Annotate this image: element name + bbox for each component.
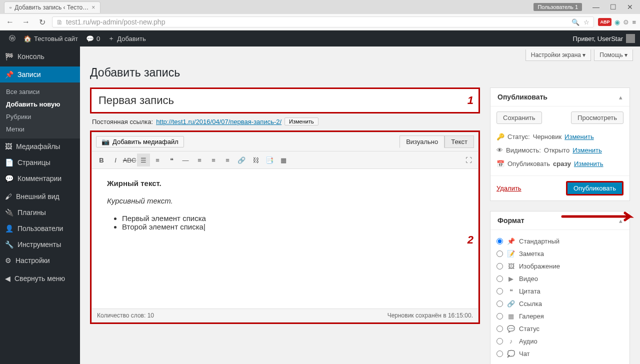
content-italic: Курсивный текст. — [107, 196, 173, 205]
sidebar-item-settings[interactable]: ⚙Настройки — [0, 252, 80, 268]
sidebar-collapse[interactable]: ◀Свернуть меню — [0, 270, 80, 286]
close-icon[interactable]: × — [92, 4, 95, 11]
sidebar-item-plugins[interactable]: 🔌Плагины — [0, 204, 80, 220]
sidebar-item-appearance[interactable]: 🖌Внешний вид — [0, 188, 80, 204]
pin-icon: 📌 — [5, 70, 14, 78]
schedule-row: 📅 Опубликовать сразу Изменить — [496, 157, 624, 170]
align-left-button[interactable]: ≡ — [193, 154, 206, 166]
editor-toolbar: B I ABC ☰ ≡ ❝ — ≡ ≡ ≡ 🔗 ⛓ 📑 ▦ — [92, 152, 478, 169]
toggle-icon[interactable]: ▴ — [619, 217, 622, 224]
permalink-url[interactable]: http://test1.ru/2016/04/07/первая-запись… — [156, 118, 282, 126]
sidebar-item-posts[interactable]: 📌Записи — [0, 66, 80, 82]
wp-logo[interactable]: ⓦ — [5, 30, 20, 46]
toolbar-toggle-button[interactable]: ▦ — [277, 154, 290, 166]
maximize-button[interactable]: ☐ — [605, 1, 621, 13]
avatar[interactable] — [626, 34, 635, 43]
edit-schedule-link[interactable]: Изменить — [574, 160, 604, 168]
browser-chrome: ▫ Добавить запись ‹ Тесто… × Пользовател… — [0, 0, 640, 30]
visibility-row: 👁 Видимость: Открыто Изменить — [496, 144, 624, 157]
plugin-icon: 🔌 — [5, 208, 14, 216]
quote-icon: ❝ — [507, 288, 515, 295]
format-title: Формат — [498, 216, 524, 224]
tab-visual[interactable]: Визуально — [400, 136, 444, 148]
save-button[interactable]: Сохранить — [496, 112, 542, 124]
edit-visibility-link[interactable]: Изменить — [572, 146, 602, 154]
publish-box: Опубликовать ▴ Сохранить Просмотреть 🔑 С… — [490, 88, 630, 201]
fullscreen-button[interactable]: ⛶ — [462, 154, 475, 166]
bullet-list-button[interactable]: ☰ — [137, 154, 150, 166]
add-media-button[interactable]: 📷Добавить медиафайл — [96, 136, 184, 148]
status-row: 🔑 Статус: Черновик Изменить — [496, 130, 624, 144]
url-box[interactable]: 🗎 test1.ru/wp-admin/post-new.php 🔍 ☆ — [52, 16, 594, 28]
quote-button[interactable]: ❝ — [165, 154, 178, 166]
sidebar-item-comments[interactable]: 💬Комментарии — [0, 170, 80, 186]
post-title-box: 1 — [90, 88, 480, 114]
sidebar-item-console[interactable]: 🏁Консоль — [0, 48, 80, 64]
minimize-button[interactable]: — — [588, 1, 604, 13]
align-center-button[interactable]: ≡ — [207, 154, 220, 166]
extension-icon[interactable]: ⚙ — [623, 18, 629, 26]
post-title-input[interactable] — [92, 89, 478, 112]
editor-body[interactable]: Жирный текст. Курсивный текст. Первый эл… — [92, 169, 478, 309]
bold-button[interactable]: B — [95, 154, 108, 166]
format-gallery[interactable]: ▦Галерея — [496, 310, 624, 322]
annotation-1: 1 — [468, 94, 474, 107]
hr-button[interactable]: — — [179, 154, 192, 166]
italic-button[interactable]: I — [109, 154, 122, 166]
edit-status-link[interactable]: Изменить — [564, 133, 594, 140]
format-image[interactable]: 🖼Изображение — [496, 260, 624, 272]
eye-icon: 👁 — [496, 146, 503, 154]
submenu-categories[interactable]: Рубрики — [0, 110, 80, 123]
number-list-button[interactable]: ≡ — [151, 154, 164, 166]
preview-button[interactable]: Просмотреть — [571, 112, 624, 124]
extension-icon[interactable]: ◉ — [614, 18, 620, 26]
dashboard-icon: 🏁 — [5, 52, 14, 60]
sidebar-item-media[interactable]: 🖼Медиафайлы — [0, 138, 80, 154]
comments-link[interactable]: 💬0 — [82, 30, 104, 46]
close-button[interactable]: ✕ — [622, 1, 638, 13]
screen-options-button[interactable]: Настройки экрана ▾ — [526, 50, 592, 61]
submenu-add-new[interactable]: Добавить новую — [0, 98, 80, 110]
add-new-link[interactable]: ＋Добавить — [104, 30, 150, 46]
star-icon[interactable]: ☆ — [584, 18, 590, 26]
reload-button[interactable]: ↻ — [36, 16, 48, 28]
format-audio[interactable]: ♪Аудио — [496, 335, 624, 348]
strikethrough-button[interactable]: ABC — [123, 154, 136, 166]
abp-icon[interactable]: ABP — [598, 18, 612, 26]
image-icon: 🖼 — [507, 262, 515, 270]
back-button[interactable]: ← — [4, 16, 16, 28]
browser-tab[interactable]: ▫ Добавить запись ‹ Тесто… × — [4, 2, 100, 13]
greeting[interactable]: Привет, UserStar — [573, 35, 623, 42]
more-button[interactable]: 📑 — [263, 154, 276, 166]
search-icon[interactable]: 🔍 — [572, 18, 580, 26]
sidebar-item-pages[interactable]: 📄Страницы — [0, 154, 80, 170]
sidebar-item-users[interactable]: 👤Пользователи — [0, 220, 80, 236]
edit-permalink-button[interactable]: Изменить — [284, 118, 318, 126]
help-button[interactable]: Помощь ▾ — [594, 50, 633, 61]
tab-text[interactable]: Текст — [444, 136, 474, 148]
unlink-button[interactable]: ⛓ — [249, 154, 262, 166]
brush-icon: 🖌 — [5, 192, 12, 200]
format-standard[interactable]: 📌Стандартный — [496, 235, 624, 248]
link-button[interactable]: 🔗 — [235, 154, 248, 166]
align-right-button[interactable]: ≡ — [221, 154, 234, 166]
submenu-all-posts[interactable]: Все записи — [0, 86, 80, 98]
format-quote[interactable]: ❝Цитата — [496, 285, 624, 298]
editor-status-bar: Количество слов: 10 Черновик сохранён в … — [92, 309, 478, 322]
sidebar-item-tools[interactable]: 🔧Инструменты — [0, 236, 80, 252]
site-link[interactable]: 🏠Тестовый сайт — [20, 30, 82, 46]
format-status[interactable]: 💬Статус — [496, 322, 624, 335]
submenu-tags[interactable]: Метки — [0, 123, 80, 136]
delete-link[interactable]: Удалить — [496, 184, 522, 192]
forward-button[interactable]: → — [20, 16, 32, 28]
annotation-2: 2 — [468, 234, 474, 246]
user-badge[interactable]: Пользователь 1 — [534, 3, 582, 11]
toggle-icon[interactable]: ▴ — [619, 94, 622, 101]
gallery-icon: ▦ — [507, 312, 515, 320]
menu-icon[interactable]: ≡ — [632, 18, 636, 26]
format-video[interactable]: ▶Видео — [496, 272, 624, 285]
format-link[interactable]: 🔗Ссылка — [496, 298, 624, 310]
format-aside[interactable]: 📝Заметка — [496, 248, 624, 260]
format-chat[interactable]: 💭Чат — [496, 348, 624, 360]
publish-button[interactable]: Опубликовать — [566, 181, 624, 196]
